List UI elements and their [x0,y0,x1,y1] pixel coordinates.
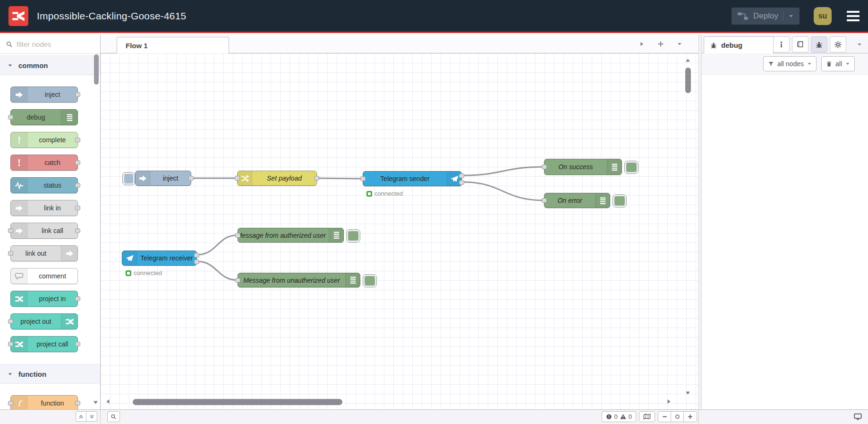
node-port-in[interactable] [8,115,13,120]
zoom-out-button[interactable] [658,412,671,422]
node-output-port[interactable] [314,176,319,181]
palette-category-common[interactable]: common [0,55,100,75]
horizontal-scroll-left-icon[interactable] [105,398,111,405]
horizontal-scroll-right-icon[interactable] [666,398,672,405]
sidebar-splitter[interactable] [698,35,702,409]
user-avatar[interactable]: su [814,7,832,25]
vertical-scrollbar-thumb[interactable] [685,68,691,93]
node-input-port[interactable] [542,198,547,203]
palette-node-project-call[interactable]: project call [10,336,78,352]
node-port-out[interactable] [75,401,80,406]
node-output-port[interactable] [188,176,194,181]
node-output-port[interactable] [459,173,464,178]
palette-node-debug[interactable]: debug [10,109,78,125]
zoom-in-button[interactable] [684,412,697,422]
horizontal-scrollbar-thumb[interactable] [133,399,342,405]
node-port-out[interactable] [75,228,80,233]
zoom-reset-button[interactable] [671,412,684,422]
wire-receiver-to-msg_auth[interactable] [197,235,238,255]
flow-node-set_payload[interactable]: Set payload [237,171,317,186]
palette-node-function[interactable]: ffunction [10,395,78,409]
node-input-port[interactable] [235,233,240,238]
flow-node-msg_unauth[interactable]: Message from unautherized user [238,273,360,287]
palette-filter-input[interactable] [17,40,83,48]
node-input-port[interactable] [235,176,240,181]
config-nodes-tab-button[interactable] [830,36,846,52]
main-menu-button[interactable] [847,11,859,21]
palette-node-project-out[interactable]: project out [10,313,78,329]
debug-filter-dropdown[interactable]: all nodes [763,56,817,71]
node-port-in[interactable] [8,228,13,233]
palette-node-inject[interactable]: inject [10,87,78,103]
wire-receiver-to-msg_unauth[interactable] [197,261,238,280]
palette-node-link-call[interactable]: link call [10,223,78,239]
debug-tab-button[interactable] [811,36,827,52]
palette-node-complete[interactable]: complete [10,132,78,148]
palette-category-function[interactable]: function [0,364,100,384]
node-port-out[interactable] [75,92,80,97]
flow-node-on_success[interactable]: On success [544,159,622,175]
vertical-scroll-up-icon[interactable] [685,57,691,63]
search-flows-button[interactable] [107,411,120,422]
inject-trigger-button[interactable] [122,172,135,185]
palette-scrollbar-thumb[interactable] [94,54,99,85]
node-port-out[interactable] [75,183,80,188]
deploy-button[interactable]: Deploy [732,8,800,25]
flow-node-inject[interactable]: inject [135,171,191,186]
deploy-options-caret-icon[interactable] [788,13,794,19]
flow-node-on_error[interactable]: On error [544,193,610,208]
palette-node-status[interactable]: status [10,177,78,193]
vertical-scroll-down-icon[interactable] [685,390,691,396]
flow-menu-caret-icon[interactable] [677,41,682,47]
flow-node-sender[interactable]: Telegram sender [363,171,462,186]
node-port-out[interactable] [75,296,80,301]
node-port-out[interactable] [75,138,80,142]
node-port-in[interactable] [8,319,13,324]
flow-node-msg_auth[interactable]: Message from autherized user [238,228,344,242]
palette-node-project-in[interactable]: project in [10,291,78,307]
debug-clear-dropdown[interactable]: all [821,56,855,71]
wire-set_payload-to-sender[interactable] [317,178,363,179]
debug-toggle-button[interactable] [346,229,360,242]
wire-sender-to-on_success[interactable] [462,167,544,175]
wire-sender-to-on_error[interactable] [462,182,544,200]
palette-filter[interactable] [0,35,100,54]
help-tab-button[interactable] [792,36,808,52]
palette-node-link-in[interactable]: link in [10,200,78,216]
info-tab-button[interactable] [773,36,790,52]
palette-node-link-out[interactable]: link out [10,245,78,261]
node-port-out[interactable] [75,206,80,210]
palette-scroll-down-icon[interactable] [93,399,99,406]
add-flow-button[interactable] [657,40,664,48]
flow-list-expand-icon[interactable] [639,41,645,47]
node-red-logo-icon [65,317,74,326]
tab-flow-1[interactable]: Flow 1 [117,37,229,53]
node-port-out[interactable] [75,160,80,165]
palette-node-catch[interactable]: catch [10,155,78,171]
node-output-port[interactable] [194,260,199,264]
palette-node-comment[interactable]: comment [10,268,78,284]
palette-expand-all-button[interactable] [86,411,97,422]
node-output-port[interactable] [459,180,464,185]
debug-toggle-button[interactable] [613,194,627,208]
node-port-in[interactable] [8,251,13,256]
chevron-down-icon [8,63,13,68]
workspace[interactable]: injectSet payloadTelegram senderconnecte… [101,53,698,409]
node-output-port[interactable] [194,253,199,258]
notification-counts[interactable]: 0 0 [602,411,636,422]
debug-toggle-button[interactable] [624,161,638,174]
node-input-port[interactable] [360,176,366,181]
event-log-button[interactable] [852,411,863,422]
node-port-in[interactable] [8,401,13,406]
navigator-button[interactable] [639,411,655,422]
flow-node-receiver[interactable]: Telegram receiver [122,251,197,266]
debug-toggle-button[interactable] [363,274,377,287]
sidebar-menu-caret-icon[interactable] [857,42,862,47]
node-input-port[interactable] [235,278,240,283]
node-input-port[interactable] [542,164,547,169]
palette-collapse-all-button[interactable] [76,411,86,422]
tab-debug[interactable]: debug [704,36,774,53]
node-port-in[interactable] [8,342,13,346]
chevron-down-icon [807,61,812,66]
node-port-out[interactable] [75,342,80,346]
